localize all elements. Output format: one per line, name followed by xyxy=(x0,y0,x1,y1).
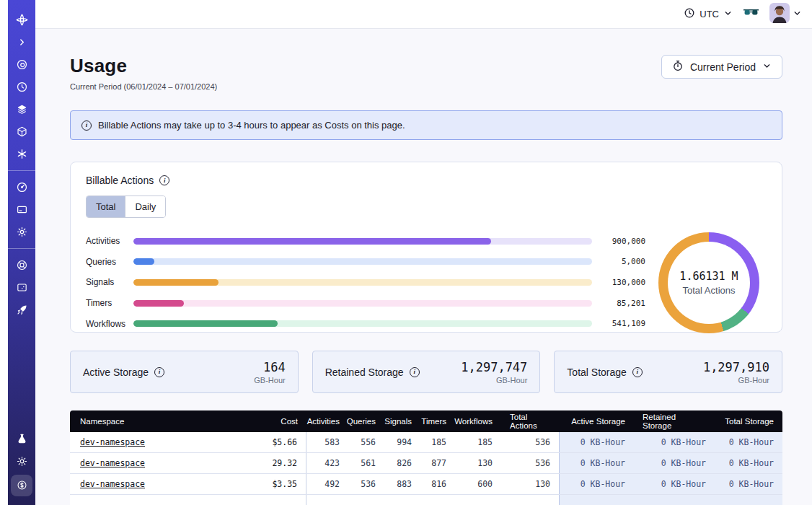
table-header-row: NamespaceCostActivitiesQueriesSignalsTim… xyxy=(70,410,782,432)
cell-namespace xyxy=(70,495,234,505)
storage-card-label: Retained Storage xyxy=(325,366,404,378)
card-icon[interactable] xyxy=(12,201,31,219)
cell-retained-storage: 0 KB-Hour xyxy=(634,474,715,494)
namespace-link[interactable]: dev-namespace xyxy=(80,437,145,447)
tab-daily[interactable]: Daily xyxy=(125,196,165,217)
timezone-dropdown[interactable]: UTC xyxy=(684,7,733,21)
cell-namespace: dev-namespace xyxy=(70,453,234,473)
clock-retry-icon[interactable] xyxy=(12,78,31,97)
info-icon[interactable] xyxy=(154,367,164,377)
spiral-icon[interactable] xyxy=(12,56,31,74)
info-icon[interactable] xyxy=(159,175,169,185)
bar-row-activities: Activities900,000 xyxy=(86,231,645,252)
layers-icon[interactable] xyxy=(12,100,31,119)
bar-label: Signals xyxy=(86,277,133,287)
namespace-link[interactable]: dev-namespace xyxy=(80,479,145,489)
bar-fill xyxy=(133,300,184,307)
column-header-total-storage: Total Storage xyxy=(715,410,782,432)
bar-value: 85,201 xyxy=(592,299,645,308)
storage-cards: Active Storage164GB-HourRetained Storage… xyxy=(70,351,782,393)
stopwatch-icon xyxy=(672,60,684,74)
namespace-table: NamespaceCostActivitiesQueriesSignalsTim… xyxy=(70,410,782,505)
column-header-timers: Timers xyxy=(420,410,455,432)
cell-total-actions xyxy=(501,495,559,505)
cell-signals xyxy=(384,495,420,505)
glasses-icon[interactable] xyxy=(743,8,759,21)
rocket-icon[interactable] xyxy=(12,301,31,320)
bar-fill xyxy=(133,238,491,245)
cell-timers: 816 xyxy=(420,474,455,494)
cell-cost: $5.66 xyxy=(234,432,306,452)
info-icon[interactable] xyxy=(632,367,643,377)
content: Usage Current Period (06/01/2024 – 07/01… xyxy=(35,29,812,505)
period-selector-button[interactable]: Current Period xyxy=(661,55,782,79)
bar-value: 130,000 xyxy=(592,278,645,287)
asterisk-icon[interactable] xyxy=(12,145,31,164)
cell-timers: 185 xyxy=(420,432,455,452)
donut-total-value: 1.66131 M xyxy=(679,270,738,283)
column-header-workflows: Workflows xyxy=(455,410,501,432)
column-header-queries: Queries xyxy=(348,410,384,432)
column-header-cost: Cost xyxy=(234,410,306,432)
bar-value: 5,000 xyxy=(592,257,645,266)
cell-active-storage: 0 KB-Hour xyxy=(559,453,634,473)
table-row: dev-namespace29.324235618268771305360 KB… xyxy=(70,453,782,474)
clock-icon xyxy=(684,7,695,21)
topbar: UTC xyxy=(35,0,812,29)
column-header-total-actions: Total Actions xyxy=(501,410,559,432)
cell-active-storage: 0 KB-Hour xyxy=(559,432,634,452)
info-icon xyxy=(81,120,92,131)
timezone-label: UTC xyxy=(700,9,719,19)
storage-card-label: Active Storage xyxy=(83,366,149,378)
bar-track xyxy=(133,238,592,245)
flask-icon[interactable] xyxy=(12,430,31,449)
chevron-down-icon xyxy=(762,61,772,73)
info-icon[interactable] xyxy=(410,367,420,377)
billable-view-tabs: TotalDaily xyxy=(86,196,166,218)
bar-row-queries: Queries5,000 xyxy=(86,252,645,273)
bar-track xyxy=(133,300,592,307)
column-header-active-storage: Active Storage xyxy=(559,410,634,432)
storage-card-retained-storage: Retained Storage1,297,747GB-Hour xyxy=(312,351,541,393)
cell-total-actions: 130 xyxy=(501,474,559,494)
period-selector-label: Current Period xyxy=(690,61,756,73)
total-actions-donut: 1.66131 M Total Actions xyxy=(658,232,759,333)
bar-fill xyxy=(133,279,219,286)
tab-total[interactable]: Total xyxy=(87,196,125,217)
cell-signals: 994 xyxy=(384,432,420,452)
cell-active-storage xyxy=(559,495,634,505)
terminal-icon[interactable] xyxy=(12,278,31,297)
cell-total-storage: 0 KB-Hour xyxy=(715,432,782,452)
dollar-coin-icon[interactable] xyxy=(11,475,32,496)
chevron-right-icon[interactable] xyxy=(12,33,31,52)
cell-signals: 883 xyxy=(384,474,420,494)
gear-icon[interactable] xyxy=(12,223,31,242)
bar-fill xyxy=(133,258,154,265)
bar-track xyxy=(133,320,592,327)
bar-label: Queries xyxy=(86,257,133,267)
cell-activities xyxy=(306,495,348,505)
cell-total-actions: 536 xyxy=(501,432,559,452)
namespace-link[interactable]: dev-namespace xyxy=(80,458,145,468)
sidebar-divider xyxy=(8,248,35,249)
sun-icon[interactable] xyxy=(12,452,31,471)
user-menu[interactable] xyxy=(769,3,802,26)
cube-icon[interactable] xyxy=(12,123,31,141)
cell-retained-storage: 0 KB-Hour xyxy=(634,453,715,473)
page-title: Usage xyxy=(70,55,217,77)
billable-bar-chart: Activities900,000Queries5,000Signals130,… xyxy=(86,231,651,334)
lifebuoy-icon[interactable] xyxy=(12,256,31,275)
cell-timers: 877 xyxy=(420,453,455,473)
cell-activities: 492 xyxy=(306,474,348,494)
chevron-down-icon xyxy=(793,8,802,21)
info-banner-text: Billable Actions may take up to 3-4 hour… xyxy=(98,120,405,131)
temporal-logo[interactable] xyxy=(12,11,31,30)
storage-card-unit: GB-Hour xyxy=(703,376,769,385)
cell-workflows: 130 xyxy=(455,453,501,473)
cell-signals: 826 xyxy=(384,453,420,473)
column-header-namespace: Namespace xyxy=(70,410,234,432)
bar-track xyxy=(133,258,592,265)
column-header-signals: Signals xyxy=(384,410,420,432)
bar-fill xyxy=(133,320,278,327)
gauge-icon[interactable] xyxy=(12,178,31,197)
